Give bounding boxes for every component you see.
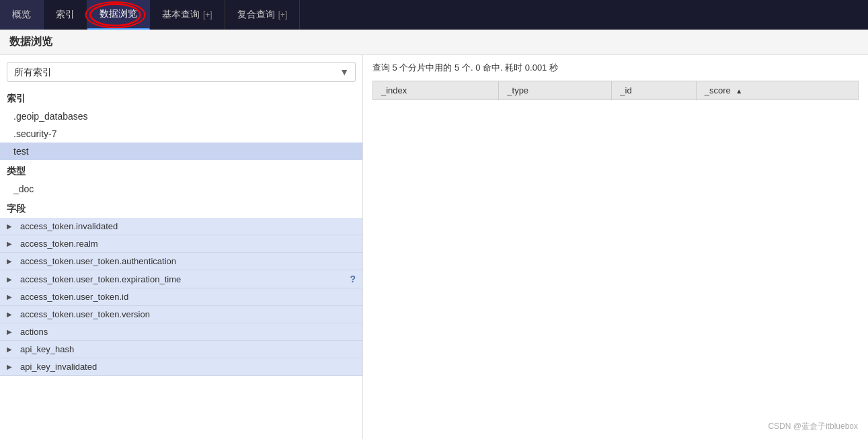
arrow-right-icon: ▶ — [7, 257, 17, 265]
query-info: 查询 5 个分片中用的 5 个. 0 命中. 耗时 0.001 秒 — [372, 62, 859, 74]
field-item-f1[interactable]: ▶ access_token.invalidated — [0, 218, 362, 235]
index-item-test[interactable]: test — [0, 143, 362, 160]
index-selector[interactable]: 所有索引 .geoip_databases .security-7 test — [7, 62, 356, 82]
type-item-doc[interactable]: _doc — [0, 180, 362, 198]
tab-complex-query-label: 复合查询 — [237, 9, 275, 21]
arrow-right-icon: ▶ — [7, 276, 17, 283]
tab-basic-query-label: 基本查询 — [162, 9, 200, 21]
results-table: _index _type _id _score ▲ — [372, 81, 859, 100]
watermark: CSDN @蓝盒子itbluebox — [768, 421, 858, 432]
table-header-row: _index _type _id _score ▲ — [373, 81, 859, 100]
field-section-heading: 字段 — [0, 200, 362, 218]
field-item-f3[interactable]: ▶ access_token.user_token.authentication — [0, 253, 362, 270]
question-icon[interactable]: ? — [350, 274, 356, 284]
arrow-right-icon: ▶ — [7, 346, 17, 353]
field-item-f2[interactable]: ▶ access_token.realm — [0, 235, 362, 253]
field-item-f9[interactable]: ▶ api_key_invalidated — [0, 358, 362, 376]
top-navigation: 概览 索引 数据浏览 基本查询 [+] 复合查询 [+] — [0, 0, 868, 30]
tab-overview-label: 概览 — [12, 9, 31, 21]
right-panel: 查询 5 个分片中用的 5 个. 0 命中. 耗时 0.001 秒 _index… — [363, 55, 868, 439]
field-item-f8[interactable]: ▶ api_key_hash — [0, 341, 362, 358]
field-item-f6[interactable]: ▶ access_token.user_token.version — [0, 306, 362, 323]
col-type[interactable]: _type — [499, 81, 612, 100]
main-layout: 所有索引 .geoip_databases .security-7 test ▼… — [0, 55, 868, 439]
field-item-f5[interactable]: ▶ access_token.user_token.id — [0, 288, 362, 306]
field-item-f7[interactable]: ▶ actions — [0, 323, 362, 341]
tab-index-label: 索引 — [56, 9, 75, 21]
field-item-f4[interactable]: ▶ access_token.user_token.expiration_tim… — [0, 270, 362, 288]
tab-data-browse-label: 数据浏览 — [100, 8, 137, 20]
index-section-heading: 索引 — [0, 90, 362, 108]
page-header: 数据浏览 — [0, 30, 868, 55]
col-id[interactable]: _id — [612, 81, 696, 100]
index-item-geoip[interactable]: .geoip_databases — [0, 108, 362, 125]
col-score[interactable]: _score ▲ — [696, 81, 858, 100]
arrow-right-icon: ▶ — [7, 223, 17, 230]
index-item-security[interactable]: .security-7 — [0, 125, 362, 143]
tab-basic-query[interactable]: 基本查询 [+] — [150, 0, 225, 30]
arrow-right-icon: ▶ — [7, 240, 17, 247]
arrow-right-icon: ▶ — [7, 363, 17, 370]
index-selector-container: 所有索引 .geoip_databases .security-7 test ▼ — [7, 62, 356, 82]
col-index[interactable]: _index — [373, 81, 499, 100]
tab-complex-query[interactable]: 复合查询 [+] — [225, 0, 301, 30]
tab-basic-query-plus: [+] — [203, 10, 212, 19]
sort-asc-icon: ▲ — [736, 87, 742, 95]
arrow-right-icon: ▶ — [7, 311, 17, 318]
tab-overview[interactable]: 概览 — [0, 0, 44, 30]
tab-index[interactable]: 索引 — [44, 0, 87, 30]
arrow-right-icon: ▶ — [7, 293, 17, 301]
left-panel: 所有索引 .geoip_databases .security-7 test ▼… — [0, 55, 363, 439]
type-section-heading: 类型 — [0, 163, 362, 180]
arrow-right-icon: ▶ — [7, 328, 17, 335]
page-title: 数据浏览 — [9, 35, 859, 49]
tab-complex-query-plus: [+] — [278, 10, 288, 19]
tab-data-browse[interactable]: 数据浏览 — [87, 0, 150, 30]
